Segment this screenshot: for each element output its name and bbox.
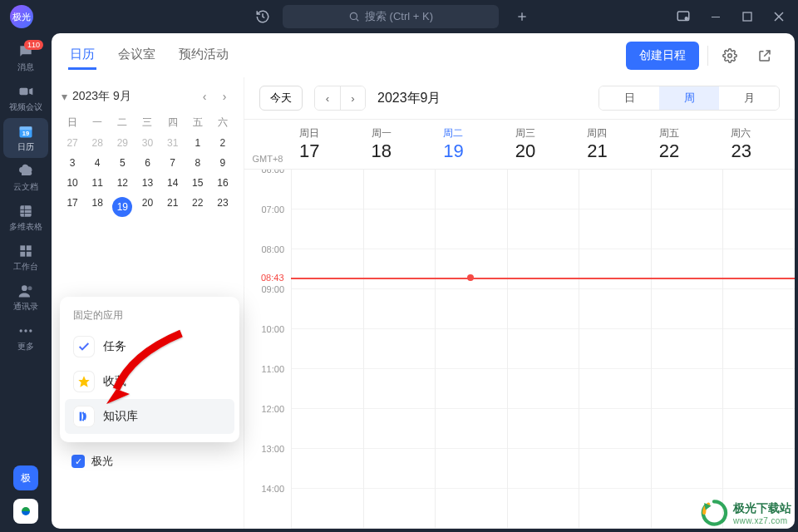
minical-day[interactable]: 7 bbox=[160, 153, 185, 173]
maximize-button[interactable] bbox=[735, 4, 760, 29]
badge: 110 bbox=[24, 40, 43, 50]
avatar[interactable]: 极光 bbox=[10, 5, 33, 28]
popup-item-任务[interactable]: 任务 bbox=[65, 329, 234, 364]
minical-day[interactable]: 29 bbox=[110, 133, 135, 153]
week-day-header[interactable]: 周日17 bbox=[291, 120, 363, 169]
minical-day[interactable]: 28 bbox=[85, 133, 110, 153]
collab-icon[interactable] bbox=[670, 3, 697, 30]
sidebar-icon bbox=[17, 203, 34, 219]
minical-day[interactable]: 31 bbox=[160, 133, 185, 153]
minical-day[interactable]: 9 bbox=[210, 153, 235, 173]
sidebar-label: 消息 bbox=[17, 62, 34, 73]
minical-day[interactable]: 23 bbox=[210, 193, 235, 221]
minical-day[interactable]: 10 bbox=[60, 173, 85, 193]
popup-item-label: 知识库 bbox=[103, 409, 138, 424]
time-column[interactable] bbox=[363, 170, 436, 529]
minical-dow: 一 bbox=[85, 112, 110, 133]
minical-day[interactable]: 5 bbox=[110, 153, 135, 173]
week-day-header[interactable]: 周四21 bbox=[579, 120, 651, 169]
week-prev[interactable]: ‹ bbox=[315, 86, 340, 110]
sidebar-item-消息[interactable]: 消息110 bbox=[3, 38, 48, 78]
history-icon[interactable] bbox=[249, 3, 276, 30]
my-calendar-row[interactable]: ✓ 极光 bbox=[63, 449, 121, 474]
search-input[interactable]: 搜索 (Ctrl + K) bbox=[283, 5, 499, 28]
minimize-button[interactable]: ─ bbox=[703, 4, 728, 29]
tab-日历[interactable]: 日历 bbox=[68, 42, 96, 70]
sidebar-item-多维表格[interactable]: 多维表格 bbox=[3, 198, 48, 238]
sidebar-item-工作台[interactable]: 工作台 bbox=[3, 238, 48, 278]
week-day-header[interactable]: 周三20 bbox=[507, 120, 579, 169]
settings-icon[interactable] bbox=[717, 42, 743, 69]
create-event-button[interactable]: 创建日程 bbox=[626, 42, 699, 70]
chevron-down-icon[interactable]: ▾ bbox=[62, 90, 67, 103]
sidebar-icon bbox=[17, 243, 34, 259]
tab-预约活动[interactable]: 预约活动 bbox=[177, 42, 230, 70]
minical-day[interactable]: 1 bbox=[185, 133, 210, 153]
popup-item-知识库[interactable]: 知识库 bbox=[65, 399, 234, 434]
sidebar-icon bbox=[17, 163, 34, 180]
my-calendar-label: 极光 bbox=[91, 454, 113, 469]
minical-day[interactable]: 14 bbox=[160, 173, 185, 193]
time-column[interactable] bbox=[435, 170, 507, 529]
add-tab-icon[interactable] bbox=[509, 3, 535, 30]
minical-day[interactable]: 17 bbox=[60, 193, 85, 221]
search-placeholder: 搜索 (Ctrl + K) bbox=[365, 9, 433, 24]
minical-day[interactable]: 12 bbox=[110, 173, 135, 193]
minical-day[interactable]: 18 bbox=[85, 193, 110, 221]
timezone-label: GMT+8 bbox=[244, 120, 291, 169]
view-周[interactable]: 周 bbox=[659, 86, 719, 110]
minical-day[interactable]: 4 bbox=[85, 153, 110, 173]
sidebar-label: 日历 bbox=[17, 141, 34, 153]
minical-day[interactable]: 11 bbox=[85, 173, 110, 193]
sidebar-item-云文档[interactable]: 云文档 bbox=[3, 158, 48, 198]
time-column[interactable] bbox=[651, 170, 723, 529]
today-button[interactable]: 今天 bbox=[259, 86, 303, 111]
view-月[interactable]: 月 bbox=[719, 86, 779, 110]
minical-day[interactable]: 19 bbox=[110, 193, 135, 221]
sidebar-item-视频会议[interactable]: 视频会议 bbox=[3, 78, 48, 118]
time-column[interactable] bbox=[579, 170, 651, 529]
week-day-header[interactable]: 周二19 bbox=[435, 120, 507, 169]
hour-label: 07:00 bbox=[244, 204, 291, 244]
checkbox-icon[interactable]: ✓ bbox=[71, 455, 85, 468]
minical-day[interactable]: 15 bbox=[185, 173, 210, 193]
tab-会议室[interactable]: 会议室 bbox=[116, 42, 157, 70]
sidebar-item-日历[interactable]: 19日历 bbox=[3, 118, 48, 158]
time-column[interactable] bbox=[291, 170, 363, 529]
minical-day[interactable]: 20 bbox=[135, 193, 160, 221]
time-column[interactable] bbox=[507, 170, 579, 529]
popup-item-收藏[interactable]: 收藏 bbox=[65, 364, 234, 399]
minical-day[interactable]: 6 bbox=[135, 153, 160, 173]
popout-icon[interactable] bbox=[751, 42, 778, 69]
week-day-header[interactable]: 周六23 bbox=[722, 120, 795, 169]
sidebar-label: 通讯录 bbox=[13, 301, 38, 313]
watermark: 极光下载站 www.xz7.com bbox=[700, 499, 791, 527]
minical-day[interactable]: 30 bbox=[135, 133, 160, 153]
minical-day[interactable]: 22 bbox=[185, 193, 210, 221]
minical-next[interactable]: › bbox=[215, 87, 234, 106]
week-day-header[interactable]: 周五22 bbox=[651, 120, 723, 169]
sidebar-label: 工作台 bbox=[13, 261, 38, 273]
minical-prev[interactable]: ‹ bbox=[195, 87, 214, 106]
week-day-header[interactable]: 周一18 bbox=[363, 120, 436, 169]
minical-title: 2023年 9月 bbox=[72, 89, 131, 104]
sidebar-app-2[interactable] bbox=[13, 499, 38, 524]
minical-day[interactable]: 27 bbox=[60, 133, 85, 153]
minical-day[interactable]: 16 bbox=[210, 173, 235, 193]
svg-point-25 bbox=[24, 329, 27, 332]
sidebar-item-更多[interactable]: 更多 bbox=[3, 318, 48, 357]
svg-marker-10 bbox=[29, 88, 32, 95]
hour-label: 09:00 bbox=[244, 284, 291, 324]
minical-day[interactable]: 13 bbox=[135, 173, 160, 193]
minical-day[interactable]: 8 bbox=[185, 153, 210, 173]
sidebar-item-通讯录[interactable]: 通讯录 bbox=[3, 278, 48, 318]
close-button[interactable] bbox=[766, 4, 791, 29]
divider bbox=[707, 46, 708, 66]
time-column[interactable] bbox=[722, 170, 795, 529]
week-next[interactable]: › bbox=[340, 86, 365, 110]
sidebar-app[interactable]: 极 bbox=[13, 466, 38, 490]
minical-day[interactable]: 21 bbox=[160, 193, 185, 221]
view-日[interactable]: 日 bbox=[599, 86, 659, 110]
minical-day[interactable]: 3 bbox=[60, 153, 85, 173]
minical-day[interactable]: 2 bbox=[210, 133, 235, 153]
